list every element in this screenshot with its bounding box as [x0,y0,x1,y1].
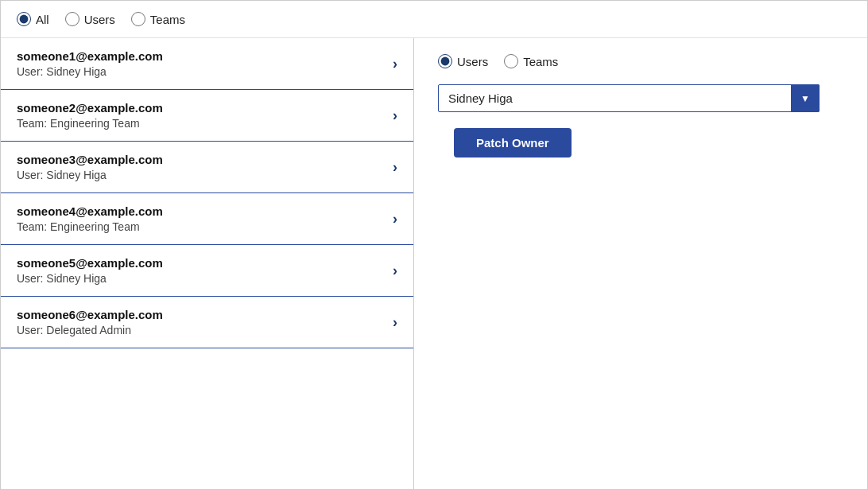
right-radio-option-users[interactable]: Users [438,54,488,68]
dropdown-wrapper: Sidney HigaEngineering TeamDelegated Adm… [438,84,820,112]
chevron-right-icon: › [393,314,397,331]
list-item[interactable]: someone3@example.com User: Sidney Higa › [1,142,413,193]
main-container: All Users Teams someone1@example.com Use… [0,0,868,490]
list-item[interactable]: someone6@example.com User: Delegated Adm… [1,297,413,348]
radio-all[interactable] [17,12,31,26]
right-radio-teams-label: Teams [523,55,558,68]
radio-teams[interactable] [131,12,145,26]
patch-owner-button[interactable]: Patch Owner [454,128,572,158]
list-item-sub: Team: Engineering Team [17,220,163,233]
left-panel: someone1@example.com User: Sidney Higa ›… [1,38,414,489]
content-area: someone1@example.com User: Sidney Higa ›… [1,38,867,489]
radio-all-label: All [36,13,49,26]
list-item[interactable]: someone2@example.com Team: Engineering T… [1,90,413,142]
list-item-email: someone4@example.com [17,204,163,218]
list-item-text: someone4@example.com Team: Engineering T… [17,204,163,233]
radio-users-label: Users [84,13,115,26]
list-item-email: someone5@example.com [17,256,163,270]
right-radio-users-label: Users [457,55,488,68]
list-item[interactable]: someone1@example.com User: Sidney Higa › [1,38,413,90]
top-filter-bar: All Users Teams [1,1,867,38]
radio-users[interactable] [65,12,79,26]
chevron-right-icon: › [393,56,397,72]
owner-dropdown[interactable]: Sidney HigaEngineering TeamDelegated Adm… [438,84,820,112]
right-radio-option-teams[interactable]: Teams [504,54,558,68]
chevron-right-icon: › [393,211,397,228]
dropdown-arrow-button[interactable] [791,84,820,112]
right-radio-teams[interactable] [504,54,518,68]
dropdown-row: Sidney HigaEngineering TeamDelegated Adm… [438,84,843,112]
list-item-sub: Team: Engineering Team [17,117,163,130]
list-item-sub: User: Delegated Admin [17,324,163,336]
chevron-right-icon: › [393,159,397,176]
list-item-text: someone3@example.com User: Sidney Higa [17,153,163,181]
list-item-text: someone5@example.com User: Sidney Higa [17,256,163,285]
list-item[interactable]: someone4@example.com Team: Engineering T… [1,193,413,245]
list-item[interactable]: someone5@example.com User: Sidney Higa › [1,245,413,297]
list-item-email: someone6@example.com [17,308,163,321]
chevron-right-icon: › [393,107,397,124]
list-item-sub: User: Sidney Higa [17,272,163,285]
right-panel: Users Teams Sidney HigaEngineering TeamD… [414,38,867,489]
list-item-email: someone3@example.com [17,153,163,166]
radio-option-users[interactable]: Users [65,12,115,26]
list-item-email: someone1@example.com [17,49,163,63]
right-radio-users[interactable] [438,54,452,68]
radio-teams-label: Teams [150,13,185,26]
radio-option-teams[interactable]: Teams [131,12,185,26]
list-item-email: someone2@example.com [17,101,163,115]
list-item-text: someone6@example.com User: Delegated Adm… [17,308,163,336]
list-item-text: someone1@example.com User: Sidney Higa [17,49,163,78]
list-item-text: someone2@example.com Team: Engineering T… [17,101,163,130]
right-filter-bar: Users Teams [438,54,843,68]
top-radio-group: All Users Teams [17,12,185,26]
chevron-right-icon: › [393,262,397,279]
list-item-sub: User: Sidney Higa [17,169,163,181]
radio-option-all[interactable]: All [17,12,49,26]
list-item-sub: User: Sidney Higa [17,65,163,78]
